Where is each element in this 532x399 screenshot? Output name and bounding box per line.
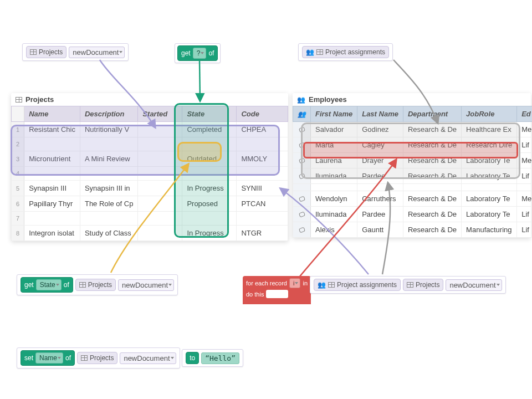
cell-ed[interactable] xyxy=(517,184,532,191)
name-dropdown[interactable]: Name xyxy=(35,352,63,364)
table-row[interactable] xyxy=(293,184,533,191)
cell-state[interactable]: In Progress xyxy=(182,226,237,241)
cell-department[interactable]: Research & De xyxy=(403,222,461,238)
cell-ed[interactable]: Me xyxy=(517,153,532,168)
cell-name[interactable]: Micronutrient xyxy=(24,151,80,167)
cell-started[interactable] xyxy=(138,196,182,212)
cell-state[interactable]: Proposed xyxy=(182,196,237,212)
cell-description[interactable]: Study of Class xyxy=(80,226,137,241)
cell-ed[interactable]: Lif xyxy=(517,168,532,184)
cell-jobrole[interactable]: Manufacturing xyxy=(462,222,517,238)
cell-state[interactable] xyxy=(182,212,237,226)
table-row[interactable]: 8Integron isolatStudy of ClassIn Progres… xyxy=(12,226,288,241)
newdocument-dropdown[interactable]: newDocument xyxy=(69,47,125,58)
block-foreach-args[interactable]: 👥Project assignments Projects newDocumen… xyxy=(310,276,506,294)
table-row[interactable]: WendolynCarruthersResearch & DeLaborator… xyxy=(293,191,533,207)
cell-code[interactable]: MMOLY xyxy=(237,151,288,167)
cell-firstname[interactable]: Alexis xyxy=(311,222,357,238)
table-row[interactable]: 3MicronutrientA Mini ReviewOutdatedMMOLY xyxy=(12,151,288,167)
get-field-dropdown[interactable]: ? xyxy=(193,48,207,59)
table-row[interactable]: 2 xyxy=(12,137,288,151)
table-row[interactable]: 4 xyxy=(12,167,288,181)
cell-firstname[interactable]: Iluminada xyxy=(311,207,357,222)
foreach-var-dropdown[interactable]: i xyxy=(289,278,300,288)
table-row[interactable]: SalvadorGodinezResearch & DeHealthcare E… xyxy=(293,122,533,137)
col-state[interactable]: State xyxy=(182,106,237,122)
cell-state[interactable]: In Progress xyxy=(182,181,237,196)
table-row[interactable]: IluminadaPardeeResearch & DeLaboratory T… xyxy=(293,168,533,184)
cell-started[interactable] xyxy=(138,167,182,181)
cell-description[interactable]: The Role of Cp xyxy=(80,196,137,212)
cell-state[interactable]: Outdated xyxy=(182,151,237,167)
cell-description[interactable]: Nutritionally V xyxy=(80,122,137,137)
table-row[interactable]: 5Synapsin IIISynapsin III inIn ProgressS… xyxy=(12,181,288,196)
block-foreach[interactable]: for each record i in do this xyxy=(243,276,311,304)
cell-name[interactable]: Papillary Thyr xyxy=(24,196,80,212)
newdocument-dropdown[interactable]: newDocument xyxy=(120,352,176,364)
cell-ed[interactable]: Lif xyxy=(517,207,532,222)
cell-jobrole[interactable]: Laboratory Te xyxy=(462,207,517,222)
table-row[interactable]: MartaCagleyResearch & DeResearch DireLif xyxy=(293,137,533,153)
cell-started[interactable] xyxy=(138,122,182,137)
cell-code[interactable]: PTCAN xyxy=(237,196,288,212)
cell-department[interactable]: Research & De xyxy=(403,191,461,207)
table-row[interactable]: AlexisGaunttResearch & DeManufacturingLi… xyxy=(293,222,533,238)
cell-department[interactable]: Research & De xyxy=(403,122,461,137)
block-foreach-group[interactable]: for each record i in do this 👥Project as… xyxy=(243,276,506,304)
col-firstname[interactable]: First Name xyxy=(311,106,357,122)
cell-lastname[interactable]: Pardee xyxy=(357,207,403,222)
cell-lastname[interactable]: Drayer xyxy=(357,153,403,168)
cell-description[interactable]: Synapsin III in xyxy=(80,181,137,196)
newdocument-dropdown[interactable]: newDocument xyxy=(118,279,174,291)
col-jobrole[interactable]: JobRole xyxy=(462,106,517,122)
block-get-question[interactable]: get ? of xyxy=(175,43,221,63)
state-dropdown[interactable]: State xyxy=(36,279,62,290)
cell-ed[interactable]: Me xyxy=(517,191,532,207)
cell-name[interactable]: Integron isolat xyxy=(24,226,80,241)
cell-lastname[interactable]: Carruthers xyxy=(357,191,403,207)
cell-description[interactable] xyxy=(80,167,137,181)
cell-code[interactable]: SYNIII xyxy=(237,181,288,196)
cell-code[interactable] xyxy=(237,167,288,181)
block-project-assignments[interactable]: 👥 Project assignments xyxy=(298,43,393,61)
cell-name[interactable] xyxy=(24,212,80,226)
cell-code[interactable] xyxy=(237,137,288,151)
cell-firstname[interactable]: Laurena xyxy=(311,153,357,168)
col-department[interactable]: Department xyxy=(403,106,461,122)
cell-jobrole[interactable]: Laboratory Te xyxy=(462,191,517,207)
cell-lastname[interactable]: Cagley xyxy=(357,137,403,153)
cell-ed[interactable]: Me xyxy=(517,122,532,137)
cell-jobrole[interactable]: Healthcare Ex xyxy=(462,122,517,137)
empty-slot[interactable] xyxy=(266,290,288,298)
cell-firstname[interactable] xyxy=(311,184,357,191)
cell-started[interactable] xyxy=(138,181,182,196)
table-row[interactable]: 1Resistant ChicNutritionally VCompletedC… xyxy=(12,122,288,137)
cell-lastname[interactable]: Godinez xyxy=(357,122,403,137)
block-set-name[interactable]: set Name of Projects newDocument to “Hel… xyxy=(17,347,243,369)
cell-code[interactable] xyxy=(237,212,288,226)
cell-name[interactable]: Synapsin III xyxy=(24,181,80,196)
cell-state[interactable]: Completed xyxy=(182,122,237,137)
cell-state[interactable] xyxy=(182,167,237,181)
cell-name[interactable] xyxy=(24,137,80,151)
cell-jobrole[interactable]: Laboratory Te xyxy=(462,168,517,184)
cell-lastname[interactable]: Gauntt xyxy=(357,222,403,238)
col-ed[interactable]: Ed xyxy=(517,106,532,122)
col-lastname[interactable]: Last Name xyxy=(357,106,403,122)
cell-code[interactable]: CHPEA xyxy=(237,122,288,137)
col-started[interactable]: Started xyxy=(138,106,182,122)
cell-jobrole[interactable]: Research Dire xyxy=(462,137,517,153)
cell-name[interactable]: Resistant Chic xyxy=(24,122,80,137)
table-row[interactable]: LaurenaDrayerResearch & DeLaboratory TeM… xyxy=(293,153,533,168)
cell-started[interactable] xyxy=(138,151,182,167)
cell-department[interactable] xyxy=(403,184,461,191)
cell-department[interactable]: Research & De xyxy=(403,153,461,168)
cell-jobrole[interactable] xyxy=(462,184,517,191)
cell-description[interactable] xyxy=(80,137,137,151)
cell-ed[interactable]: Lif xyxy=(517,137,532,153)
col-code[interactable]: Code xyxy=(237,106,288,122)
cell-name[interactable] xyxy=(24,167,80,181)
table-row[interactable]: IluminadaPardeeResearch & DeLaboratory T… xyxy=(293,207,533,222)
cell-firstname[interactable]: Marta xyxy=(311,137,357,153)
cell-lastname[interactable] xyxy=(357,184,403,191)
